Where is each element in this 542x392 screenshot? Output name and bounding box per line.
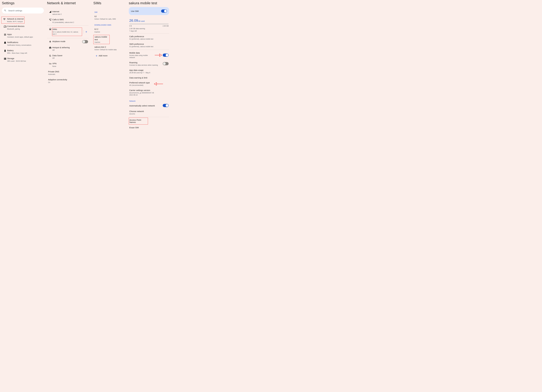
item-airplane-mode[interactable]: Airplane mode bbox=[47, 39, 89, 45]
auto-select-toggle[interactable] bbox=[163, 104, 168, 107]
svg-point-1 bbox=[49, 64, 50, 64]
auto-select-network[interactable]: Automatically select network bbox=[129, 103, 169, 109]
item-title: App data usage bbox=[129, 69, 168, 71]
item-title: Airplane mode bbox=[52, 40, 81, 43]
item-sub: IIJ 2, sakura mobile test, IIJ, sakura t… bbox=[53, 31, 81, 35]
item-title: Calls & SMS bbox=[52, 18, 89, 21]
item-vpn[interactable]: VPN None bbox=[47, 61, 89, 69]
apps-icon bbox=[3, 33, 7, 36]
item-sub: 26.09 kB used Apr 7 – May 6 bbox=[129, 72, 168, 74]
signal-icon bbox=[48, 11, 52, 13]
item-data-saver[interactable]: Data Saver Off bbox=[47, 53, 89, 61]
search-settings[interactable]: Search settings bbox=[2, 8, 44, 13]
item-title: Calls preference bbox=[129, 35, 168, 38]
notifications-icon bbox=[3, 41, 7, 44]
item-sims[interactable]: SIMs IIJ 2, sakura mobile test, IIJ, sak… bbox=[47, 26, 82, 38]
item-title: Notifications bbox=[7, 41, 45, 44]
usage-days-line: 7 days left bbox=[129, 30, 168, 32]
item-sub: Access data using mobile network bbox=[129, 54, 153, 59]
page-title: sakura mobile test bbox=[129, 1, 169, 5]
item-title: Private DNS bbox=[48, 70, 89, 73]
battery-icon bbox=[3, 49, 7, 52]
preferred-network-type[interactable]: Preferred network type 4G (recommended) bbox=[129, 80, 169, 88]
roaming-toggle[interactable] bbox=[163, 62, 168, 65]
data-saver-icon bbox=[48, 54, 52, 57]
page-title: Settings bbox=[2, 1, 45, 5]
use-sim-toggle[interactable] bbox=[161, 10, 167, 13]
usage-cap-left: 0 B bbox=[129, 25, 132, 27]
item-sub: IIJ (preferred), sakura mobile test bbox=[129, 38, 168, 40]
search-placeholder: Search settings bbox=[8, 10, 22, 12]
sim-item-sakura-test-2[interactable]: sakura test 2 Active / Default for mobil… bbox=[93, 44, 126, 52]
item-storage[interactable]: Storage 38% used - 39.53 GB free bbox=[2, 56, 45, 64]
item-title: sakura mobile test bbox=[95, 36, 109, 41]
item-sub: 95% - More than 2 days left bbox=[7, 52, 45, 54]
item-title: Data Saver bbox=[52, 54, 89, 57]
mobile-data[interactable]: Mobile data Access data using mobile net… bbox=[129, 50, 169, 60]
item-hotspot[interactable]: Hotspot & tethering Off bbox=[47, 45, 89, 53]
mobile-data-toggle[interactable] bbox=[163, 54, 168, 57]
item-private-dns[interactable]: Private DNS Automatic bbox=[47, 69, 89, 77]
page-title: Network & internet bbox=[47, 1, 89, 5]
sim-icon bbox=[48, 28, 52, 30]
add-sim-button[interactable] bbox=[84, 30, 89, 34]
item-notifications[interactable]: Notifications Notification history, conv… bbox=[2, 40, 45, 48]
add-more-button[interactable]: Add more bbox=[93, 52, 126, 59]
sim-item-sakura-mobile-test[interactable]: sakura mobile test Inactive bbox=[93, 35, 110, 44]
sim-item-iij2[interactable]: IIJ 2 Inactive bbox=[93, 27, 126, 34]
item-title: Connected devices bbox=[7, 25, 45, 27]
item-title: Access Point Names bbox=[130, 119, 147, 123]
section-network: Network bbox=[129, 99, 169, 103]
section-downloaded-sims: DOWNLOADED SIMS bbox=[93, 23, 126, 27]
item-title: SIMs bbox=[53, 28, 81, 31]
usage-cap-right: 2.00 GB bbox=[163, 25, 168, 27]
item-connected-devices[interactable]: Connected devices Bluetooth, pairing bbox=[2, 24, 45, 32]
item-battery[interactable]: Battery 95% - More than 2 days left bbox=[2, 48, 45, 56]
section-sim: SIM bbox=[93, 10, 126, 14]
item-sub: Mobile, Wi-Fi, hotspot bbox=[7, 21, 24, 23]
usage-bar bbox=[129, 23, 168, 25]
plus-icon bbox=[94, 54, 99, 57]
use-sim-card[interactable]: Use SIM bbox=[129, 7, 169, 15]
item-calls-sms[interactable]: Calls & SMS IIJ (unavailable), sakura te… bbox=[47, 17, 89, 25]
item-title: IIJ bbox=[94, 15, 126, 18]
item-sub: docomo bbox=[129, 113, 168, 115]
item-sub: On bbox=[48, 81, 89, 83]
usage-warning-line: 2.00 GB data warning bbox=[129, 27, 168, 30]
item-sub: Automatic bbox=[48, 73, 89, 75]
roaming[interactable]: Roaming Connect to data services when ro… bbox=[129, 60, 169, 68]
item-adaptive-connectivity[interactable]: Adaptive connectivity On bbox=[47, 77, 89, 85]
item-title: Hotspot & tethering bbox=[52, 46, 89, 49]
access-point-names[interactable]: Access Point Names bbox=[129, 118, 148, 125]
item-sub: Inactive bbox=[95, 41, 109, 43]
item-network-internet[interactable]: Network & internet Mobile, Wi-Fi, hotspo… bbox=[1, 17, 25, 24]
item-sub: 4G (recommended) bbox=[129, 84, 153, 87]
app-data-usage[interactable]: App data usage 26.09 kB used Apr 7 – May… bbox=[129, 68, 169, 75]
search-icon bbox=[4, 9, 6, 12]
calls-preference[interactable]: Calls preference IIJ (preferred), sakura… bbox=[129, 34, 169, 42]
choose-network: Choose network docomo bbox=[129, 109, 169, 116]
sms-preference[interactable]: SMS preference IIJ (preferred), sakura m… bbox=[129, 42, 169, 49]
item-sub: Assistant, recent apps, default apps bbox=[7, 36, 45, 38]
erase-sim[interactable]: Erase SIM bbox=[129, 125, 169, 130]
item-title: Storage bbox=[7, 57, 45, 60]
item-sub: Off bbox=[52, 49, 89, 51]
data-warning-limit[interactable]: Data warning & limit bbox=[129, 75, 169, 80]
hotspot-icon bbox=[48, 46, 52, 49]
item-sub: Active / Default for mobile data bbox=[94, 49, 126, 51]
airplane-icon bbox=[48, 40, 52, 43]
item-title: Choose network bbox=[129, 110, 168, 112]
devices-icon bbox=[3, 25, 7, 28]
sim-item-iij[interactable]: IIJ Active / Default for calls, SMS bbox=[93, 14, 126, 22]
item-title: Internet bbox=[52, 10, 89, 13]
airplane-toggle[interactable] bbox=[82, 40, 88, 43]
item-internet[interactable]: Internet sakura test 2 bbox=[47, 9, 89, 17]
item-title: Add more bbox=[99, 54, 126, 57]
item-sub: sakura test 2 bbox=[52, 13, 89, 15]
item-title: Preferred network type bbox=[129, 82, 153, 84]
item-title: Erase SIM bbox=[129, 126, 168, 129]
item-sub: Notification history, conversations bbox=[7, 44, 45, 46]
carrier-settings-version[interactable]: Carrier settings version docomomvno_jp-4… bbox=[129, 88, 169, 98]
item-title: Adaptive connectivity bbox=[48, 78, 89, 81]
item-apps[interactable]: Apps Assistant, recent apps, default app… bbox=[2, 32, 45, 40]
